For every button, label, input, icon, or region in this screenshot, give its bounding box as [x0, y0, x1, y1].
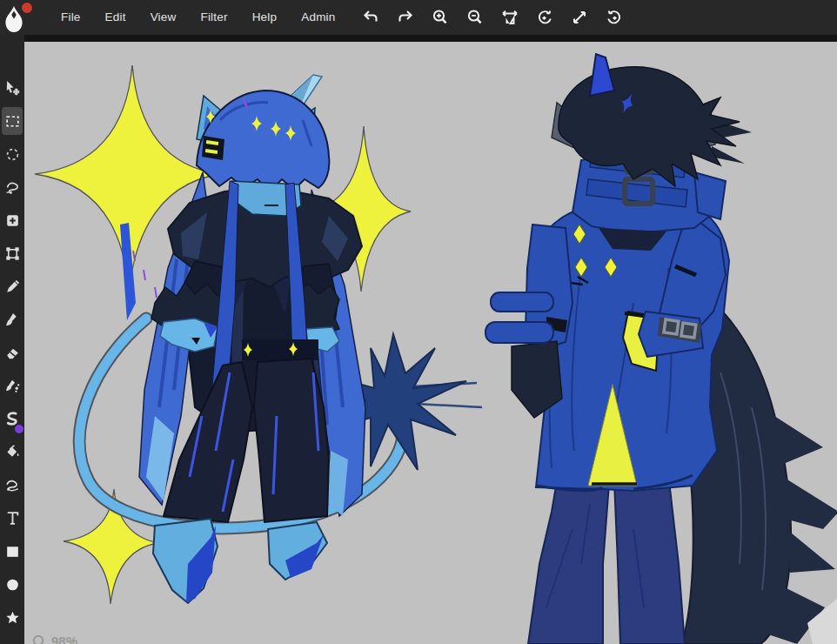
undo-button[interactable]: [358, 5, 384, 30]
star-shape-tool[interactable]: [2, 606, 23, 628]
transform-tool[interactable]: [2, 242, 23, 265]
zoom-indicator[interactable]: 98%: [32, 634, 77, 644]
menu-items: File Edit View Filter Help Admin: [49, 0, 348, 35]
canvas-area: 98%: [24, 35, 837, 644]
canvas-top-strip: [24, 35, 837, 42]
lasso-tool[interactable]: [2, 176, 23, 198]
redo-icon: [396, 8, 415, 27]
rotate-ccw-icon: [535, 8, 554, 27]
text-tool[interactable]: [2, 506, 23, 529]
watercolor-brush-icon: [4, 378, 21, 394]
fill-bucket-icon: [4, 444, 21, 460]
ellipse-shape-tool[interactable]: [2, 573, 23, 595]
rotate-ccw-button[interactable]: [532, 5, 558, 30]
ellipse-shape-icon: [4, 576, 21, 593]
zoom-out-icon: [465, 8, 485, 27]
menu-item-view[interactable]: View: [138, 0, 189, 35]
expand-button[interactable]: [567, 5, 593, 30]
canvas-artwork[interactable]: [24, 42, 837, 644]
zoom-level-label: 98%: [51, 634, 77, 644]
smudge-color-badge: [15, 425, 23, 433]
text-tool-icon: [4, 510, 21, 527]
rectangle-shape-icon: [4, 543, 21, 560]
flip-horizontal-icon: [500, 8, 519, 27]
rotate-reset-icon: [605, 8, 624, 27]
pen-icon: [4, 278, 21, 295]
menu-item-edit[interactable]: Edit: [93, 0, 138, 35]
ellipse-select-icon: [4, 146, 21, 163]
brush-icon: [4, 312, 21, 328]
zoom-level-icon: [32, 634, 46, 644]
rectangle-shape-tool[interactable]: [2, 540, 23, 562]
rectangle-select-tool[interactable]: [2, 107, 23, 135]
fill-bucket-tool[interactable]: [2, 440, 23, 463]
notification-dot: [22, 3, 32, 13]
app-logo[interactable]: [0, 0, 38, 35]
lasso-icon: [4, 179, 21, 196]
ellipse-select-tool[interactable]: [2, 143, 23, 165]
right-character: [485, 54, 837, 644]
tool-bar: [0, 35, 24, 644]
redo-button[interactable]: [393, 5, 418, 30]
eraser-tool[interactable]: [2, 341, 23, 364]
lasso-fill-icon: [4, 477, 21, 493]
move-tool-icon: [4, 80, 21, 97]
zoom-out-button[interactable]: [463, 5, 488, 30]
brush-tool[interactable]: [2, 308, 23, 331]
lasso-fill-tool[interactable]: [2, 473, 23, 496]
rectangle-select-icon: [4, 113, 21, 130]
add-shape-tool[interactable]: [2, 209, 23, 231]
menu-item-admin[interactable]: Admin: [289, 0, 347, 35]
eraser-icon: [4, 345, 21, 361]
menu-actions: [358, 5, 627, 30]
watercolor-brush-tool[interactable]: [2, 374, 23, 397]
menu-item-filter[interactable]: Filter: [188, 0, 239, 35]
hand-tool[interactable]: [2, 639, 23, 644]
zoom-in-button[interactable]: [428, 5, 453, 30]
zoom-in-icon: [431, 8, 450, 27]
transform-icon: [4, 245, 21, 262]
pen-tool[interactable]: [2, 275, 23, 298]
menu-bar: File Edit View Filter Help Admin: [0, 0, 837, 35]
menu-item-help[interactable]: Help: [240, 0, 290, 35]
menu-item-file[interactable]: File: [49, 0, 93, 35]
undo-icon: [361, 8, 380, 27]
drawing-canvas[interactable]: 98%: [24, 42, 837, 644]
star-shape-icon: [4, 609, 21, 626]
flip-horizontal-button[interactable]: [498, 5, 523, 30]
rotate-reset-button[interactable]: [602, 5, 627, 30]
expand-icon: [570, 8, 589, 27]
add-shape-icon: [4, 212, 21, 229]
move-tool[interactable]: [2, 77, 23, 99]
